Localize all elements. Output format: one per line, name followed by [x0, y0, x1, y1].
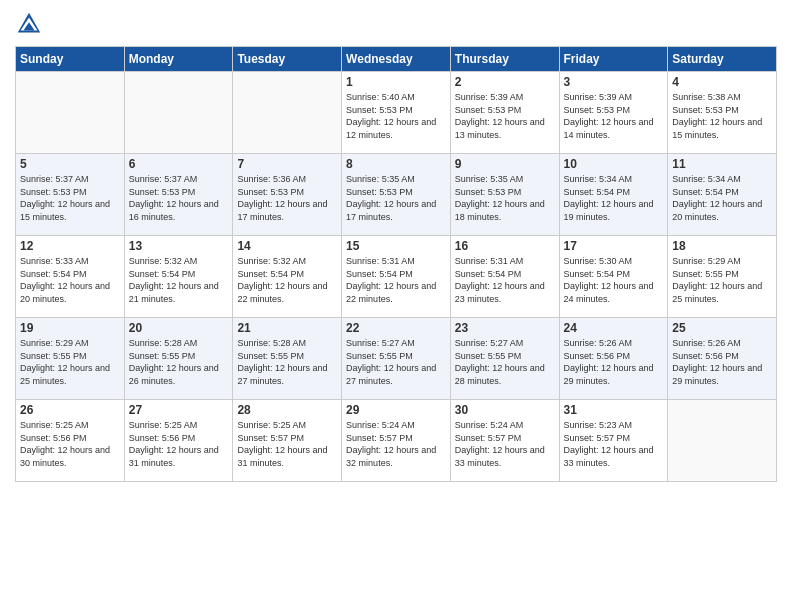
- calendar-cell: 2Sunrise: 5:39 AM Sunset: 5:53 PM Daylig…: [450, 72, 559, 154]
- day-number: 7: [237, 157, 337, 171]
- weekday-header: Sunday: [16, 47, 125, 72]
- day-info: Sunrise: 5:25 AM Sunset: 5:56 PM Dayligh…: [20, 419, 120, 469]
- calendar-cell: 19Sunrise: 5:29 AM Sunset: 5:55 PM Dayli…: [16, 318, 125, 400]
- day-number: 18: [672, 239, 772, 253]
- day-info: Sunrise: 5:28 AM Sunset: 5:55 PM Dayligh…: [237, 337, 337, 387]
- calendar-cell: 23Sunrise: 5:27 AM Sunset: 5:55 PM Dayli…: [450, 318, 559, 400]
- calendar-week-row: 19Sunrise: 5:29 AM Sunset: 5:55 PM Dayli…: [16, 318, 777, 400]
- day-info: Sunrise: 5:31 AM Sunset: 5:54 PM Dayligh…: [455, 255, 555, 305]
- day-info: Sunrise: 5:26 AM Sunset: 5:56 PM Dayligh…: [564, 337, 664, 387]
- calendar-cell: 22Sunrise: 5:27 AM Sunset: 5:55 PM Dayli…: [342, 318, 451, 400]
- calendar-week-row: 26Sunrise: 5:25 AM Sunset: 5:56 PM Dayli…: [16, 400, 777, 482]
- weekday-header: Saturday: [668, 47, 777, 72]
- day-number: 10: [564, 157, 664, 171]
- day-number: 13: [129, 239, 229, 253]
- day-info: Sunrise: 5:30 AM Sunset: 5:54 PM Dayligh…: [564, 255, 664, 305]
- day-number: 28: [237, 403, 337, 417]
- day-info: Sunrise: 5:37 AM Sunset: 5:53 PM Dayligh…: [129, 173, 229, 223]
- logo: [15, 10, 47, 38]
- calendar-cell: 16Sunrise: 5:31 AM Sunset: 5:54 PM Dayli…: [450, 236, 559, 318]
- day-number: 19: [20, 321, 120, 335]
- day-number: 16: [455, 239, 555, 253]
- day-info: Sunrise: 5:35 AM Sunset: 5:53 PM Dayligh…: [455, 173, 555, 223]
- calendar-cell: [668, 400, 777, 482]
- day-number: 3: [564, 75, 664, 89]
- calendar-cell: 4Sunrise: 5:38 AM Sunset: 5:53 PM Daylig…: [668, 72, 777, 154]
- day-number: 5: [20, 157, 120, 171]
- calendar-cell: 14Sunrise: 5:32 AM Sunset: 5:54 PM Dayli…: [233, 236, 342, 318]
- day-info: Sunrise: 5:23 AM Sunset: 5:57 PM Dayligh…: [564, 419, 664, 469]
- calendar-cell: [16, 72, 125, 154]
- calendar-cell: 9Sunrise: 5:35 AM Sunset: 5:53 PM Daylig…: [450, 154, 559, 236]
- day-number: 4: [672, 75, 772, 89]
- calendar-cell: 29Sunrise: 5:24 AM Sunset: 5:57 PM Dayli…: [342, 400, 451, 482]
- calendar-cell: 26Sunrise: 5:25 AM Sunset: 5:56 PM Dayli…: [16, 400, 125, 482]
- day-info: Sunrise: 5:28 AM Sunset: 5:55 PM Dayligh…: [129, 337, 229, 387]
- day-info: Sunrise: 5:38 AM Sunset: 5:53 PM Dayligh…: [672, 91, 772, 141]
- day-info: Sunrise: 5:34 AM Sunset: 5:54 PM Dayligh…: [672, 173, 772, 223]
- day-number: 8: [346, 157, 446, 171]
- day-info: Sunrise: 5:39 AM Sunset: 5:53 PM Dayligh…: [564, 91, 664, 141]
- calendar-cell: 12Sunrise: 5:33 AM Sunset: 5:54 PM Dayli…: [16, 236, 125, 318]
- day-number: 30: [455, 403, 555, 417]
- calendar-cell: 7Sunrise: 5:36 AM Sunset: 5:53 PM Daylig…: [233, 154, 342, 236]
- calendar-cell: 27Sunrise: 5:25 AM Sunset: 5:56 PM Dayli…: [124, 400, 233, 482]
- calendar-cell: 13Sunrise: 5:32 AM Sunset: 5:54 PM Dayli…: [124, 236, 233, 318]
- weekday-header: Thursday: [450, 47, 559, 72]
- day-number: 31: [564, 403, 664, 417]
- day-info: Sunrise: 5:32 AM Sunset: 5:54 PM Dayligh…: [129, 255, 229, 305]
- calendar-cell: 31Sunrise: 5:23 AM Sunset: 5:57 PM Dayli…: [559, 400, 668, 482]
- day-info: Sunrise: 5:36 AM Sunset: 5:53 PM Dayligh…: [237, 173, 337, 223]
- calendar-cell: 21Sunrise: 5:28 AM Sunset: 5:55 PM Dayli…: [233, 318, 342, 400]
- calendar-cell: 15Sunrise: 5:31 AM Sunset: 5:54 PM Dayli…: [342, 236, 451, 318]
- day-info: Sunrise: 5:33 AM Sunset: 5:54 PM Dayligh…: [20, 255, 120, 305]
- day-number: 24: [564, 321, 664, 335]
- day-info: Sunrise: 5:31 AM Sunset: 5:54 PM Dayligh…: [346, 255, 446, 305]
- day-info: Sunrise: 5:25 AM Sunset: 5:57 PM Dayligh…: [237, 419, 337, 469]
- day-number: 25: [672, 321, 772, 335]
- day-info: Sunrise: 5:37 AM Sunset: 5:53 PM Dayligh…: [20, 173, 120, 223]
- day-number: 23: [455, 321, 555, 335]
- calendar-cell: 18Sunrise: 5:29 AM Sunset: 5:55 PM Dayli…: [668, 236, 777, 318]
- calendar-cell: 8Sunrise: 5:35 AM Sunset: 5:53 PM Daylig…: [342, 154, 451, 236]
- calendar-week-row: 5Sunrise: 5:37 AM Sunset: 5:53 PM Daylig…: [16, 154, 777, 236]
- day-info: Sunrise: 5:24 AM Sunset: 5:57 PM Dayligh…: [455, 419, 555, 469]
- calendar-cell: 24Sunrise: 5:26 AM Sunset: 5:56 PM Dayli…: [559, 318, 668, 400]
- day-info: Sunrise: 5:34 AM Sunset: 5:54 PM Dayligh…: [564, 173, 664, 223]
- calendar-cell: 20Sunrise: 5:28 AM Sunset: 5:55 PM Dayli…: [124, 318, 233, 400]
- calendar-cell: 5Sunrise: 5:37 AM Sunset: 5:53 PM Daylig…: [16, 154, 125, 236]
- calendar-header-row: SundayMondayTuesdayWednesdayThursdayFrid…: [16, 47, 777, 72]
- day-info: Sunrise: 5:24 AM Sunset: 5:57 PM Dayligh…: [346, 419, 446, 469]
- header: [15, 10, 777, 38]
- calendar-cell: 1Sunrise: 5:40 AM Sunset: 5:53 PM Daylig…: [342, 72, 451, 154]
- day-number: 27: [129, 403, 229, 417]
- calendar-cell: [233, 72, 342, 154]
- day-info: Sunrise: 5:39 AM Sunset: 5:53 PM Dayligh…: [455, 91, 555, 141]
- day-info: Sunrise: 5:27 AM Sunset: 5:55 PM Dayligh…: [346, 337, 446, 387]
- day-info: Sunrise: 5:25 AM Sunset: 5:56 PM Dayligh…: [129, 419, 229, 469]
- logo-icon: [15, 10, 43, 38]
- calendar-cell: 3Sunrise: 5:39 AM Sunset: 5:53 PM Daylig…: [559, 72, 668, 154]
- day-number: 21: [237, 321, 337, 335]
- day-info: Sunrise: 5:29 AM Sunset: 5:55 PM Dayligh…: [672, 255, 772, 305]
- day-number: 12: [20, 239, 120, 253]
- weekday-header: Friday: [559, 47, 668, 72]
- day-number: 2: [455, 75, 555, 89]
- day-info: Sunrise: 5:26 AM Sunset: 5:56 PM Dayligh…: [672, 337, 772, 387]
- calendar-week-row: 12Sunrise: 5:33 AM Sunset: 5:54 PM Dayli…: [16, 236, 777, 318]
- day-number: 11: [672, 157, 772, 171]
- calendar-table: SundayMondayTuesdayWednesdayThursdayFrid…: [15, 46, 777, 482]
- day-info: Sunrise: 5:40 AM Sunset: 5:53 PM Dayligh…: [346, 91, 446, 141]
- day-number: 6: [129, 157, 229, 171]
- day-number: 9: [455, 157, 555, 171]
- day-number: 20: [129, 321, 229, 335]
- day-number: 1: [346, 75, 446, 89]
- weekday-header: Monday: [124, 47, 233, 72]
- day-number: 14: [237, 239, 337, 253]
- weekday-header: Wednesday: [342, 47, 451, 72]
- calendar-cell: [124, 72, 233, 154]
- calendar-cell: 28Sunrise: 5:25 AM Sunset: 5:57 PM Dayli…: [233, 400, 342, 482]
- calendar-week-row: 1Sunrise: 5:40 AM Sunset: 5:53 PM Daylig…: [16, 72, 777, 154]
- day-number: 26: [20, 403, 120, 417]
- calendar-cell: 6Sunrise: 5:37 AM Sunset: 5:53 PM Daylig…: [124, 154, 233, 236]
